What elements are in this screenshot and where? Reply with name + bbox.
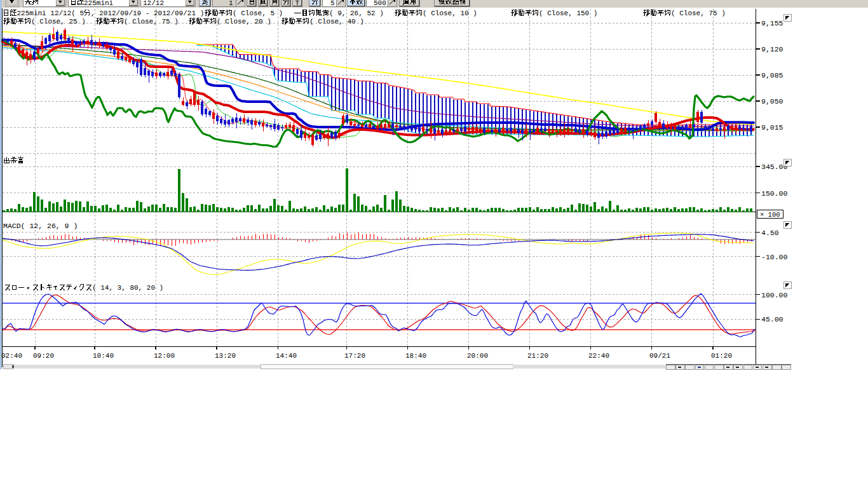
svg-text:09:20: 09:20 [33,352,54,360]
svg-text:09/21: 09/21 [649,352,670,360]
svg-text:225mini: 225mini [84,0,114,7]
svg-text:( Close, 75 ): ( Close, 75 ) [671,10,726,17]
svg-text:( Close, 40 ): ( Close, 40 ) [309,18,364,25]
svg-text:9,085: 9,085 [761,71,783,79]
svg-text:( Close, 20 ): ( Close, 20 ) [217,18,271,25]
svg-text:12/12: 12/12 [143,0,164,7]
svg-text:( Close, 75 ): ( Close, 75 ) [124,18,179,25]
svg-text:18:40: 18:40 [405,352,426,360]
svg-text:9,050: 9,050 [761,97,783,105]
svg-text:500: 500 [374,0,386,7]
svg-text:01:20: 01:20 [711,352,732,360]
svg-text:( Close, 150 ): ( Close, 150 ) [539,10,597,17]
svg-text:( 14, 3, 80, 20 ): ( 14, 3, 80, 20 ) [92,284,163,292]
svg-text:MACD( 12, 26, 9 ): MACD( 12, 26, 9 ) [3,222,78,230]
svg-text:( Close, 5 ): ( Close, 5 ) [233,10,283,17]
svg-text:( Close, 25 ): ( Close, 25 ) [31,18,86,25]
svg-text:45.00: 45.00 [761,315,783,323]
svg-text:9,015: 9,015 [761,123,783,132]
svg-text:02:40: 02:40 [1,352,22,360]
svg-text:, 2012/09/19 - 2012/09/21 ): , 2012/09/19 - 2012/09/21 ) [91,10,204,17]
svg-text:225mini 12/12( 5: 225mini 12/12( 5 [17,10,85,17]
svg-text:21:20: 21:20 [527,352,548,360]
svg-text:12:00: 12:00 [154,352,175,360]
svg-text:5: 5 [330,0,335,7]
svg-text:17:20: 17:20 [344,352,365,360]
svg-text:150.00: 150.00 [761,189,788,198]
svg-text:9,155: 9,155 [761,19,783,27]
svg-text:13:20: 13:20 [215,352,236,360]
svg-text:( 9, 26, 52 ): ( 9, 26, 52 ) [329,10,384,17]
svg-text:22:40: 22:40 [588,352,609,360]
svg-text:10:40: 10:40 [93,352,114,360]
svg-text:× 100: × 100 [760,211,780,219]
svg-text:14:40: 14:40 [276,352,297,360]
svg-text:100.00: 100.00 [761,291,788,299]
svg-text:20:00: 20:00 [467,352,488,360]
svg-text:( Close, 10 ): ( Close, 10 ) [423,10,477,17]
svg-text:T: T [295,0,299,7]
svg-text:1: 1 [229,0,233,7]
svg-text:9,120: 9,120 [761,45,783,53]
svg-text:4.50: 4.50 [761,229,779,237]
svg-text:-10.00: -10.00 [761,253,788,261]
